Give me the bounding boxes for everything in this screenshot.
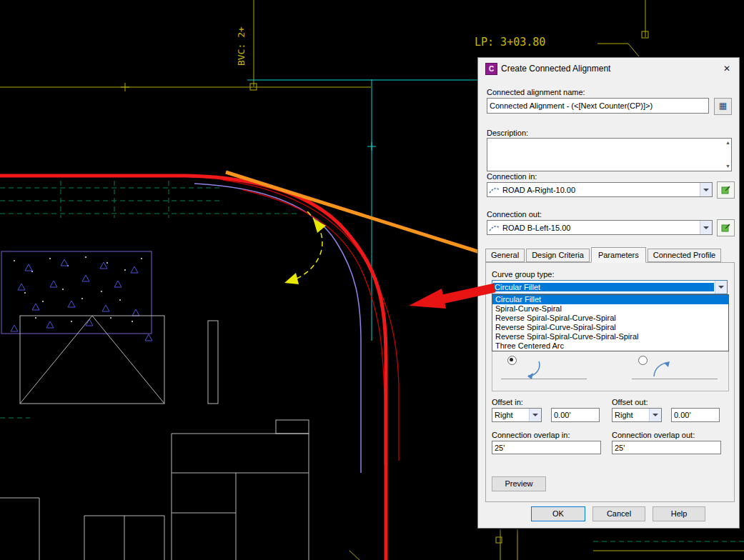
cyan-lines <box>247 79 477 341</box>
name-template-button[interactable]: ▦ <box>714 98 732 115</box>
ok-button[interactable]: OK <box>531 506 585 521</box>
connection-out-label: Connection out: <box>487 210 542 219</box>
dialog-title: Create Connected Alignment <box>501 64 610 74</box>
arc-direction-arrow-2 <box>284 273 299 284</box>
road-b-alignment <box>226 172 500 259</box>
curve-group-type-combobox[interactable]: Circular Fillet <box>492 280 728 294</box>
scroll-down-icon[interactable]: ▼ <box>725 164 730 169</box>
survey-points <box>14 256 142 322</box>
offset-out-side-combobox[interactable]: Right <box>612 408 662 422</box>
overlap-in-label: Connection overlap in: <box>492 431 570 439</box>
red-offset-curves <box>223 180 399 464</box>
description-textarea[interactable]: ▲ ▼ <box>487 138 732 171</box>
tab-connected-profile[interactable]: Connected Profile <box>648 249 721 262</box>
pick-in-drawing-icon <box>721 185 731 195</box>
connection-out-value: ROAD B-Left-15.00 <box>500 224 700 232</box>
curve-group-dropdown-list: Circular Fillet Spiral-Curve-Spiral Reve… <box>492 294 729 351</box>
offset-out-label: Offset out: <box>612 398 648 406</box>
name-label: Connected alignment name: <box>487 88 585 96</box>
offset-in-label: Offset in: <box>492 398 523 406</box>
connection-in-value: ROAD A-Right-10.00 <box>500 186 700 194</box>
curve-right-icon <box>649 356 675 382</box>
preview-button[interactable]: Preview <box>492 476 546 491</box>
curve-left-icon <box>518 356 544 382</box>
curve-group-type-value: Circular Fillet <box>493 283 714 291</box>
curve-group-option[interactable]: Circular Fillet <box>492 295 728 304</box>
chevron-down-icon[interactable] <box>700 221 712 234</box>
description-label: Description: <box>487 129 528 137</box>
create-connected-alignment-dialog: C Create Connected Alignment ✕ Connected… <box>477 57 740 529</box>
dialog-titlebar[interactable]: C Create Connected Alignment ✕ <box>478 58 739 78</box>
scroll-up-icon[interactable]: ▲ <box>725 140 730 146</box>
offset-out-value-input[interactable] <box>671 408 720 422</box>
pick-in-drawing-icon <box>721 223 731 233</box>
cancel-button[interactable]: Cancel <box>592 506 645 521</box>
overlap-in-input[interactable] <box>492 441 601 454</box>
purple-alignment <box>194 184 361 473</box>
pick-connection-out-button[interactable] <box>717 219 735 236</box>
connection-out-combobox[interactable]: ROAD B-Left-15.00 <box>487 220 713 235</box>
curve-group-option[interactable]: Reverse Spiral-Spiral-Curve-Spiral <box>492 314 728 323</box>
station-label-lp: LP: 3+03.80 <box>475 36 545 49</box>
tab-design-criteria[interactable]: Design Criteria <box>526 249 590 262</box>
overlap-out-input[interactable] <box>612 441 721 454</box>
cad-canvas[interactable]: BVC: 2+ LP: 3+03.80 C Create Connected A… <box>0 0 744 560</box>
curve-group-option[interactable]: Spiral-Curve-Spiral <box>492 304 728 314</box>
connection-in-combobox[interactable]: ROAD A-Right-10.00 <box>487 182 713 197</box>
chevron-down-icon[interactable] <box>715 281 727 294</box>
parcel-boundary <box>1 251 152 334</box>
curve-group-type-label: Curve group type: <box>492 270 554 279</box>
arc-direction-radio-left[interactable] <box>507 356 517 365</box>
offset-in-side-combobox[interactable]: Right <box>492 408 542 422</box>
overlap-out-label: Connection overlap out: <box>612 431 695 439</box>
diagram-baseline <box>632 379 718 379</box>
name-template-icon: ▦ <box>719 101 727 111</box>
offset-in-value-input[interactable] <box>551 408 600 422</box>
alignment-name-input[interactable] <box>487 98 709 114</box>
civil3d-icon: C <box>485 63 497 75</box>
curve-group-option[interactable]: Reverse Spiral-Spiral-Curve-Spiral-Spira… <box>492 332 728 341</box>
offset-in-side-value: Right <box>492 411 529 419</box>
chevron-down-icon[interactable] <box>700 183 712 196</box>
curve-group-option[interactable]: Three Centered Arc <box>492 341 728 351</box>
dialog-tabs: General Design Criteria Parameters Conne… <box>485 247 723 262</box>
road-a-alignment <box>0 176 386 560</box>
arc-direction-radio-right[interactable] <box>638 356 648 365</box>
offset-out-side-value: Right <box>612 411 649 419</box>
building-outlines <box>0 316 309 560</box>
tab-parameters[interactable]: Parameters <box>591 247 646 263</box>
diagram-baseline <box>501 379 587 379</box>
curve-group-option[interactable]: Reverse Spiral-Curve-Spiral-Spiral <box>492 323 728 332</box>
alignment-icon <box>489 223 500 232</box>
alignment-icon <box>489 185 500 194</box>
station-label-bvc: BVC: 2+ <box>236 26 247 66</box>
tab-general[interactable]: General <box>485 249 525 262</box>
help-button[interactable]: Help <box>653 506 705 521</box>
chevron-down-icon[interactable] <box>529 409 541 421</box>
chevron-down-icon[interactable] <box>649 409 661 421</box>
connection-in-label: Connection in: <box>487 172 537 181</box>
pick-connection-in-button[interactable] <box>717 181 735 199</box>
close-icon[interactable]: ✕ <box>720 62 733 75</box>
